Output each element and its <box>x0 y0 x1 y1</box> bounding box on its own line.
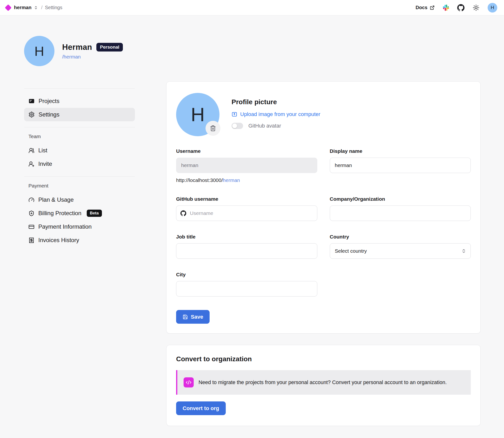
country-select[interactable]: Select country <box>330 243 471 259</box>
projects-icon <box>28 98 35 104</box>
user-avatar[interactable]: H <box>488 3 497 12</box>
section-title-convert: Convert to organization <box>176 355 471 363</box>
delete-avatar-button[interactable] <box>206 121 220 136</box>
sidebar-item-label: Invite <box>38 161 52 167</box>
username-field-group: Username http://localhost:3000/herman <box>176 148 317 183</box>
gear-icon <box>28 111 35 118</box>
profile-avatar-initial: H <box>34 43 44 59</box>
page-title: Herman <box>62 43 92 52</box>
company-label: Company/Organization <box>330 196 471 202</box>
gauge-icon <box>28 197 34 203</box>
profile-avatar: H <box>24 36 55 66</box>
sidebar-item-projects[interactable]: Projects <box>24 94 135 108</box>
code-icon <box>183 377 194 387</box>
display-name-field-group: Display name <box>330 148 471 183</box>
country-select-value: Select country <box>335 248 367 254</box>
job-title-field-group: Job title <box>176 234 317 259</box>
profile-header: H Herman Personal /herman <box>24 36 481 66</box>
city-label: City <box>176 272 317 277</box>
docs-link[interactable]: Docs <box>416 5 435 10</box>
country-label: Country <box>330 234 471 240</box>
user-plus-icon <box>28 161 34 167</box>
sidebar-item-label: Invoices History <box>38 237 79 243</box>
breadcrumb-separator: / <box>41 5 43 10</box>
credit-card-icon <box>28 224 34 230</box>
sidebar-section-team: Team <box>24 133 135 139</box>
shield-plus-icon <box>28 210 34 216</box>
company-input[interactable] <box>330 206 471 221</box>
sidebar-item-billing-protection[interactable]: Billing Protection Beta <box>24 207 135 220</box>
sidebar-item-label: Billing Protection <box>38 210 81 217</box>
convert-to-organization-card: Convert to organization Need to migrate … <box>166 345 481 426</box>
display-name-input[interactable] <box>330 158 471 173</box>
sidebar-item-list[interactable]: List <box>24 144 135 157</box>
profile-settings-card: H Profile picture <box>166 81 481 334</box>
github-avatar-toggle-label: GitHub avatar <box>248 123 281 129</box>
personal-badge: Personal <box>96 43 123 52</box>
sidebar-item-settings[interactable]: Settings <box>24 108 135 121</box>
github-username-input[interactable] <box>176 206 317 221</box>
sidebar-item-label: Payment Information <box>38 223 92 230</box>
upload-image-label: Upload image from your computer <box>240 111 321 117</box>
profile-picture-initial: H <box>191 103 205 126</box>
profile-slug-link[interactable]: /herman <box>62 54 123 60</box>
sidebar-item-payment-information[interactable]: Payment Information <box>24 220 135 233</box>
sidebar-item-label: Settings <box>39 111 59 118</box>
docs-label: Docs <box>416 5 427 10</box>
github-avatar-toggle[interactable] <box>231 123 243 129</box>
upload-icon <box>231 111 237 117</box>
display-name-label: Display name <box>330 148 471 154</box>
sidebar-item-plan-usage[interactable]: Plan & Usage <box>24 193 135 207</box>
divider <box>24 127 135 127</box>
receipt-icon <box>28 237 34 243</box>
username-input <box>176 158 317 173</box>
convert-callout-text: Need to migrate the projects from your p… <box>198 380 447 385</box>
country-field-group: Country Select country <box>330 234 471 259</box>
job-title-input[interactable] <box>176 243 317 259</box>
theme-sun-icon[interactable] <box>473 4 480 11</box>
profile-url-prefix: http://localhost:3000/ <box>176 177 223 183</box>
brand-logo-icon <box>5 4 11 11</box>
upload-image-link[interactable]: Upload image from your computer <box>231 111 321 117</box>
github-username-field-group: GitHub username <box>176 196 317 221</box>
convert-to-org-button[interactable]: Convert to org <box>176 401 226 415</box>
user-avatar-initial: H <box>491 5 494 10</box>
section-title-profile-picture: Profile picture <box>231 98 321 106</box>
save-button[interactable]: Save <box>176 310 210 324</box>
sidebar-item-label: Plan & Usage <box>38 196 74 203</box>
slack-icon[interactable] <box>443 5 449 11</box>
company-field-group: Company/Organization <box>330 196 471 221</box>
convert-button-label: Convert to org <box>183 405 219 412</box>
breadcrumb-page: Settings <box>45 5 62 10</box>
external-link-icon <box>430 5 435 10</box>
city-field-group: City <box>176 272 317 296</box>
sidebar-item-label: Projects <box>39 98 59 104</box>
save-button-label: Save <box>191 314 203 320</box>
save-icon <box>183 314 188 320</box>
sidebar: Projects Settings Team List Invit <box>24 81 135 426</box>
sidebar-item-label: List <box>38 147 47 154</box>
city-input[interactable] <box>176 281 317 296</box>
github-icon[interactable] <box>457 4 465 11</box>
beta-badge: Beta <box>87 210 102 217</box>
chevrons-up-down-icon[interactable] <box>34 6 38 10</box>
profile-url: http://localhost:3000/herman <box>176 177 317 183</box>
org-name: herman <box>14 5 32 10</box>
sidebar-item-invoices-history[interactable]: Invoices History <box>24 233 135 247</box>
github-input-icon <box>181 210 186 216</box>
profile-url-username-link[interactable]: herman <box>223 177 240 183</box>
divider <box>24 88 135 88</box>
org-switcher[interactable]: herman <box>6 5 38 10</box>
sidebar-section-payment: Payment <box>24 183 135 189</box>
users-icon <box>28 148 34 153</box>
convert-callout: Need to migrate the projects from your p… <box>176 370 471 395</box>
divider <box>24 176 135 177</box>
github-username-label: GitHub username <box>176 196 317 202</box>
chevrons-up-down-icon <box>461 249 466 253</box>
sidebar-item-invite[interactable]: Invite <box>24 157 135 171</box>
toggle-knob <box>232 123 237 128</box>
trash-icon <box>210 125 216 131</box>
job-title-label: Job title <box>176 234 317 240</box>
topbar: herman / Settings Docs H <box>0 0 504 15</box>
username-label: Username <box>176 148 317 154</box>
